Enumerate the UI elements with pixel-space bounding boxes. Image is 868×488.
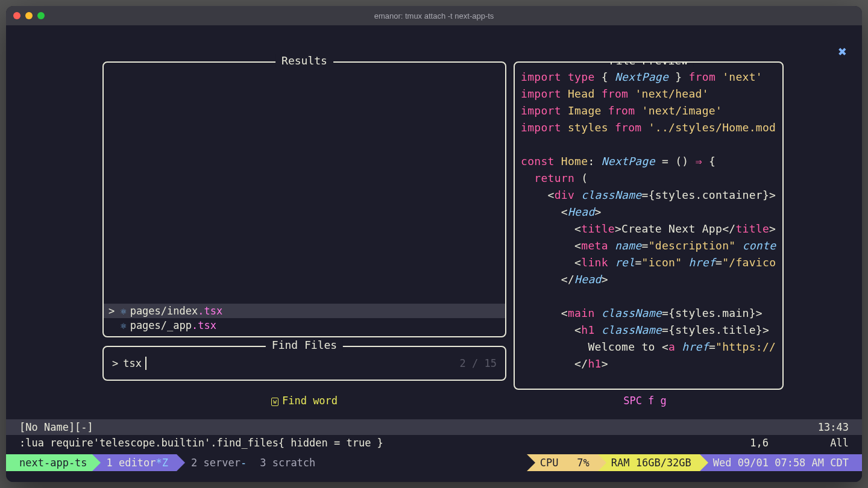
terminal-body: ✖ Results > ⚛ pages/index.tsx ⚛ pages/_a…: [6, 25, 862, 482]
tmux-statusbar: next-app-ts 1 editor*Z 2 server- 3 scrat…: [6, 454, 862, 471]
nvim-statusline-top: [No Name][-] 13:43: [6, 419, 862, 435]
prompt-chevron-icon: >: [112, 357, 118, 369]
find-word-label: Find word: [282, 395, 338, 407]
cpu-widget: CPU 7%: [527, 454, 598, 471]
close-icon[interactable]: ✖: [838, 43, 847, 60]
tmux-window[interactable]: 3 scratch: [255, 454, 324, 471]
datetime-widget: Wed 09/01 07:58 AM CDT: [700, 454, 862, 471]
tmux-window[interactable]: 2 server-: [177, 454, 255, 471]
window-title: emanor: tmux attach -t next-app-ts: [374, 11, 494, 20]
keybind-hint: SPC f g: [506, 395, 784, 410]
minimize-icon[interactable]: [25, 12, 33, 19]
word-icon: w: [271, 398, 278, 406]
maximize-icon[interactable]: [37, 12, 45, 19]
window-name: editor: [119, 457, 156, 469]
titlebar: emanor: tmux attach -t next-app-ts: [6, 6, 862, 25]
window-flag: *Z: [156, 457, 168, 469]
ram-widget: RAM 16GB/32GB: [598, 454, 700, 471]
cpu-label: CPU: [540, 457, 559, 469]
terminal-window: emanor: tmux attach -t next-app-ts ✖ Res…: [6, 6, 862, 482]
preview-panel: File Preview import type { NextPage } fr…: [514, 61, 784, 390]
window-index: 1: [107, 457, 113, 469]
react-icon: ⚛: [121, 320, 127, 331]
tmux-window-active[interactable]: 1 editor*Z: [92, 454, 177, 471]
preview-title: File Preview: [603, 61, 694, 67]
last-command: :lua require'telescope.builtin'.find_fil…: [19, 437, 383, 449]
results-panel: Results > ⚛ pages/index.tsx ⚛ pages/_app…: [102, 61, 506, 337]
count-current: 2: [460, 357, 466, 369]
prompt-title: Find Files: [266, 339, 343, 351]
which-key-help: wFind word SPC f g: [102, 395, 784, 410]
scroll-position: All: [830, 437, 849, 449]
result-item[interactable]: ⚛ pages/_app.tsx: [104, 318, 505, 333]
cpu-value: 7%: [577, 457, 589, 469]
result-item[interactable]: > ⚛ pages/index.tsx: [104, 304, 505, 318]
prompt-panel[interactable]: Find Files > tsx 2 / 15: [102, 346, 506, 381]
session-name: next-app-ts: [19, 457, 87, 469]
window-name: server: [204, 457, 241, 469]
buffer-name: [No Name][-]: [19, 421, 93, 433]
datetime: Wed 09/01 07:58 AM CDT: [713, 457, 849, 469]
telescope-picker: Results > ⚛ pages/index.tsx ⚛ pages/_app…: [102, 61, 784, 390]
file-ext: .tsx: [192, 319, 216, 331]
search-input[interactable]: tsx: [123, 357, 142, 369]
file-path: pages/index: [130, 305, 198, 317]
cursor-icon: [145, 357, 146, 370]
tmux-session[interactable]: next-app-ts: [6, 454, 92, 471]
close-icon[interactable]: [13, 12, 20, 19]
chevron-icon: [108, 319, 117, 331]
results-title: Results: [275, 54, 333, 67]
code-preview: import type { NextPage } from 'next' imp…: [521, 69, 782, 372]
find-word-hint: wFind word: [102, 395, 506, 410]
nvim-commandline: :lua require'telescope.builtin'.find_fil…: [6, 435, 862, 451]
result-count: 2 / 15: [460, 357, 497, 369]
clock: 13:43: [818, 421, 849, 433]
ram-label: RAM 16GB/32GB: [611, 457, 691, 469]
window-index: 3: [260, 457, 266, 469]
react-icon: ⚛: [121, 305, 127, 317]
chevron-icon: >: [108, 305, 117, 317]
window-index: 2: [191, 457, 197, 469]
file-ext: .tsx: [198, 305, 222, 317]
window-name: scratch: [272, 457, 316, 469]
traffic-lights: [13, 12, 45, 19]
count-total: 15: [485, 357, 497, 369]
window-flag: -: [241, 457, 247, 469]
cursor-position: 1,6: [750, 437, 769, 449]
file-path: pages/_app: [130, 319, 192, 331]
